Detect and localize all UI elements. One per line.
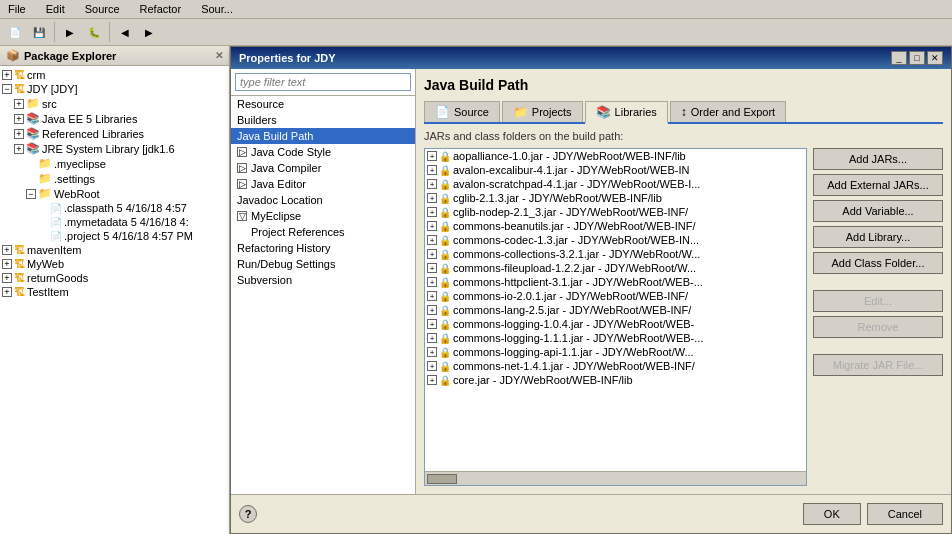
expand-icon[interactable]: + (2, 287, 12, 297)
jar-list-hscrollbar[interactable] (425, 471, 806, 485)
add-jars-button[interactable]: Add JARs... (813, 148, 943, 170)
tab-order-export[interactable]: ↕ Order and Export (670, 101, 786, 122)
list-item[interactable]: + 🔒 commons-fileupload-1.2.2.jar - JDY/W… (425, 261, 806, 275)
nav-item-project-references[interactable]: Project References (231, 224, 415, 240)
jar-expand-icon[interactable]: + (427, 207, 437, 217)
jar-expand-icon[interactable]: + (427, 319, 437, 329)
jar-expand-icon[interactable]: + (427, 151, 437, 161)
jar-expand-icon[interactable]: + (427, 277, 437, 287)
ok-button[interactable]: OK (803, 503, 861, 525)
jar-expand-icon[interactable]: + (427, 249, 437, 259)
list-item[interactable]: + 🏗 MyWeb (0, 257, 229, 271)
expand-icon[interactable]: + (14, 129, 24, 139)
expand-icon[interactable]: ▷ (237, 179, 247, 189)
jar-expand-icon[interactable]: + (427, 333, 437, 343)
list-item[interactable]: + 🔒 commons-logging-1.0.4.jar - JDY/WebR… (425, 317, 806, 331)
migrate-jar-button[interactable]: Migrate JAR File... (813, 354, 943, 376)
expand-icon[interactable]: + (14, 114, 24, 124)
list-item[interactable]: + 🔒 cglib-nodep-2.1_3.jar - JDY/WebRoot/… (425, 205, 806, 219)
expand-icon[interactable]: + (14, 99, 24, 109)
list-item[interactable]: + 🏗 crm (0, 68, 229, 82)
list-item[interactable]: + 🔒 commons-beanutils.jar - JDY/WebRoot/… (425, 219, 806, 233)
list-item[interactable]: 📄 .mymetadata 5 4/16/18 4: (0, 215, 229, 229)
expand-icon[interactable]: − (2, 84, 12, 94)
nav-item-javadoc-location[interactable]: Javadoc Location (231, 192, 415, 208)
jar-expand-icon[interactable]: + (427, 291, 437, 301)
nav-item-run-debug[interactable]: Run/Debug Settings (231, 256, 415, 272)
list-item[interactable]: + 🔒 commons-collections-3.2.1.jar - JDY/… (425, 247, 806, 261)
add-external-jars-button[interactable]: Add External JARs... (813, 174, 943, 196)
dialog-close-button[interactable]: ✕ (927, 51, 943, 65)
list-item[interactable]: + 🔒 commons-codec-1.3.jar - JDY/WebRoot/… (425, 233, 806, 247)
nav-item-builders[interactable]: Builders (231, 112, 415, 128)
tab-source[interactable]: 📄 Source (424, 101, 500, 122)
list-item[interactable]: + 🔒 avalon-excalibur-4.1.jar - JDY/WebRo… (425, 163, 806, 177)
toolbar-forward[interactable]: ▶ (138, 21, 160, 43)
list-item[interactable]: + 📚 Referenced Libraries (0, 126, 229, 141)
list-item[interactable]: + 🔒 core.jar - JDY/WebRoot/WEB-INF/lib (425, 373, 806, 387)
expand-icon[interactable]: + (2, 273, 12, 283)
edit-button[interactable]: Edit... (813, 290, 943, 312)
remove-button[interactable]: Remove (813, 316, 943, 338)
menu-file[interactable]: File (4, 2, 30, 16)
menu-refactor[interactable]: Refactor (136, 2, 186, 16)
help-button[interactable]: ? (239, 505, 257, 523)
nav-item-refactoring-history[interactable]: Refactoring History (231, 240, 415, 256)
list-item[interactable]: + 🔒 commons-lang-2.5.jar - JDY/WebRoot/W… (425, 303, 806, 317)
jar-expand-icon[interactable]: + (427, 165, 437, 175)
toolbar-new[interactable]: 📄 (4, 21, 26, 43)
list-item[interactable]: − 📁 WebRoot (0, 186, 229, 201)
package-explorer-close[interactable]: ✕ (215, 50, 223, 61)
nav-item-myeclipse[interactable]: ▽ MyEclipse (231, 208, 415, 224)
list-item[interactable]: − 🏗 JDY [JDY] (0, 82, 229, 96)
dialog-minimize-button[interactable]: _ (891, 51, 907, 65)
list-item[interactable]: + 🔒 commons-io-2.0.1.jar - JDY/WebRoot/W… (425, 289, 806, 303)
jar-expand-icon[interactable]: + (427, 375, 437, 385)
list-item[interactable]: 📄 .classpath 5 4/16/18 4:57 (0, 201, 229, 215)
list-item[interactable]: + 📚 Java EE 5 Libraries (0, 111, 229, 126)
menu-source[interactable]: Source (81, 2, 124, 16)
nav-item-subversion[interactable]: Subversion (231, 272, 415, 288)
tab-libraries[interactable]: 📚 Libraries (585, 101, 668, 124)
list-item[interactable]: + 🔒 cglib-2.1.3.jar - JDY/WebRoot/WEB-IN… (425, 191, 806, 205)
jar-expand-icon[interactable]: + (427, 305, 437, 315)
list-item[interactable]: + 🏗 TestItem (0, 285, 229, 299)
list-item[interactable]: + 🔒 commons-httpclient-3.1.jar - JDY/Web… (425, 275, 806, 289)
cancel-button[interactable]: Cancel (867, 503, 943, 525)
jar-expand-icon[interactable]: + (427, 221, 437, 231)
jar-expand-icon[interactable]: + (427, 179, 437, 189)
list-item[interactable]: + 🔒 commons-net-1.4.1.jar - JDY/WebRoot/… (425, 359, 806, 373)
list-item[interactable]: + 🔒 commons-logging-1.1.1.jar - JDY/WebR… (425, 331, 806, 345)
list-item[interactable]: 📁 .settings (0, 171, 229, 186)
menu-edit[interactable]: Edit (42, 2, 69, 16)
list-item[interactable]: 📄 .project 5 4/16/18 4:57 PM (0, 229, 229, 243)
jar-expand-icon[interactable]: + (427, 347, 437, 357)
list-item[interactable]: + 🔒 commons-logging-api-1.1.jar - JDY/We… (425, 345, 806, 359)
list-item[interactable]: + 📚 JRE System Library [jdk1.6 (0, 141, 229, 156)
list-item[interactable]: + 🔒 avalon-scratchpad-4.1.jar - JDY/WebR… (425, 177, 806, 191)
jar-expand-icon[interactable]: + (427, 263, 437, 273)
list-item[interactable]: 📁 .myeclipse (0, 156, 229, 171)
jar-expand-icon[interactable]: + (427, 235, 437, 245)
nav-item-java-build-path[interactable]: Java Build Path (231, 128, 415, 144)
add-class-folder-button[interactable]: Add Class Folder... (813, 252, 943, 274)
add-variable-button[interactable]: Add Variable... (813, 200, 943, 222)
expand-icon[interactable]: ▽ (237, 211, 247, 221)
nav-item-java-editor[interactable]: ▷ Java Editor (231, 176, 415, 192)
toolbar-debug[interactable]: 🐛 (83, 21, 105, 43)
expand-icon[interactable]: ▷ (237, 147, 247, 157)
list-item[interactable]: + 📁 src (0, 96, 229, 111)
dialog-maximize-button[interactable]: □ (909, 51, 925, 65)
expand-icon[interactable]: + (14, 144, 24, 154)
nav-item-java-compiler[interactable]: ▷ Java Compiler (231, 160, 415, 176)
add-library-button[interactable]: Add Library... (813, 226, 943, 248)
nav-item-java-code-style[interactable]: ▷ Java Code Style (231, 144, 415, 160)
nav-item-resource[interactable]: Resource (231, 96, 415, 112)
tab-projects[interactable]: 📁 Projects (502, 101, 583, 122)
expand-icon[interactable]: ▷ (237, 163, 247, 173)
expand-icon[interactable]: + (2, 245, 12, 255)
list-item[interactable]: + 🏗 returnGoods (0, 271, 229, 285)
expand-icon[interactable]: + (2, 70, 12, 80)
list-item[interactable]: + 🔒 aopalliance-1.0.jar - JDY/WebRoot/WE… (425, 149, 806, 163)
filter-input[interactable] (235, 73, 411, 91)
